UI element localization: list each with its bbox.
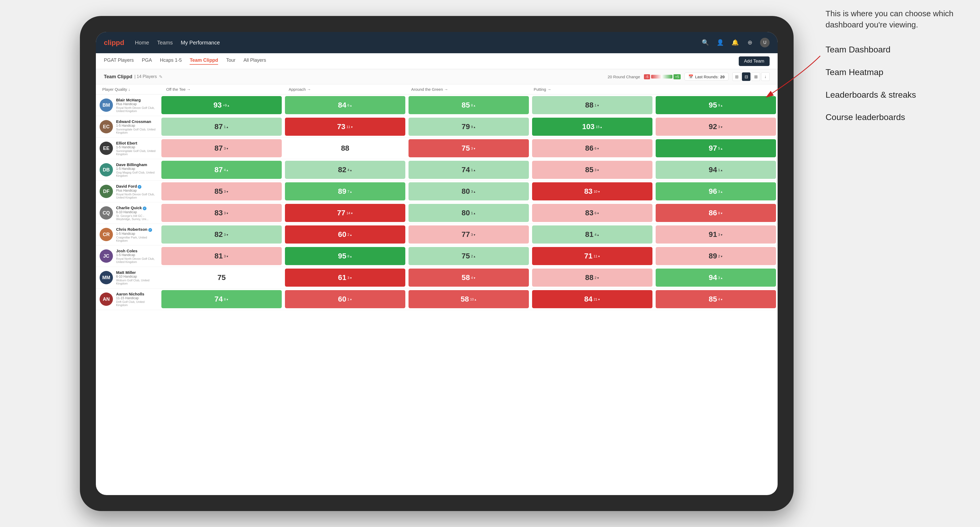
arrow-down-icon bbox=[598, 189, 600, 194]
stat-value: 74 bbox=[215, 295, 223, 303]
stat-cell[interactable]: 803 bbox=[407, 181, 530, 202]
stat-cell[interactable]: 7311 bbox=[283, 116, 407, 137]
user-icon[interactable]: 👤 bbox=[715, 38, 725, 48]
arrow-down-icon bbox=[598, 297, 600, 301]
player-club: St. George's Hill GC - Weybridge, Surrey… bbox=[116, 214, 156, 221]
stat-cell[interactable]: 868 bbox=[654, 202, 778, 224]
col-approach[interactable]: Approach → bbox=[285, 84, 407, 94]
stat-cell[interactable]: 913 bbox=[654, 224, 778, 245]
stat-cell[interactable]: 748 bbox=[160, 289, 283, 310]
stat-cell[interactable]: 871 bbox=[160, 116, 283, 137]
stat-cell[interactable]: 7111 bbox=[530, 245, 654, 267]
stat-cell[interactable]: 799 bbox=[407, 116, 530, 137]
stat-cell[interactable]: 601 bbox=[283, 289, 407, 310]
stat-cell[interactable]: 814 bbox=[530, 224, 654, 245]
stat-box: 874 bbox=[161, 161, 282, 179]
stat-cell[interactable]: 75 bbox=[160, 267, 283, 288]
stat-cell[interactable]: 613 bbox=[283, 267, 407, 288]
grid-view-button[interactable]: ⊟ bbox=[742, 72, 751, 81]
settings-icon[interactable]: ⊕ bbox=[745, 38, 755, 48]
sub-nav-allplayers[interactable]: All Players bbox=[243, 57, 266, 65]
edit-icon[interactable]: ✎ bbox=[159, 74, 162, 79]
nav-link-home[interactable]: Home bbox=[135, 40, 149, 46]
player-handicap: Plus Handicap bbox=[116, 102, 156, 106]
stat-cell[interactable]: 8310 bbox=[530, 181, 654, 202]
stat-value: 83 bbox=[215, 209, 223, 217]
stat-cell[interactable]: 753 bbox=[407, 138, 530, 159]
stat-cell[interactable]: 833 bbox=[160, 202, 283, 224]
last-rounds-button[interactable]: 📅 Last Rounds: 20 bbox=[684, 73, 729, 81]
stat-change: 8 bbox=[347, 254, 352, 258]
stat-cell[interactable]: 975 bbox=[654, 138, 778, 159]
stat-cell[interactable]: 88 bbox=[283, 138, 407, 159]
stat-cell[interactable]: 882 bbox=[530, 267, 654, 288]
stat-cell[interactable]: 892 bbox=[654, 245, 778, 267]
stat-box: 959 bbox=[655, 96, 776, 114]
table-row[interactable]: BMBlair McHargPlus HandicapRoyal North D… bbox=[96, 94, 778, 116]
stat-cell[interactable]: 8421 bbox=[530, 289, 654, 310]
sub-nav-pgat[interactable]: PGAT Players bbox=[104, 57, 134, 65]
stat-cell[interactable]: 853 bbox=[530, 159, 654, 181]
nav-link-teams[interactable]: Teams bbox=[157, 40, 173, 46]
col-putting[interactable]: Putting → bbox=[530, 84, 652, 94]
calendar-icon: 📅 bbox=[688, 74, 694, 79]
stat-cell[interactable]: 5810 bbox=[407, 289, 530, 310]
stat-value: 75 bbox=[217, 273, 226, 282]
sub-nav-pga[interactable]: PGA bbox=[142, 57, 152, 65]
stat-cell[interactable]: 801 bbox=[407, 202, 530, 224]
stat-cell[interactable]: 881 bbox=[530, 94, 654, 116]
table-row[interactable]: CQCharlie Quick✓6-10 HandicapSt. George'… bbox=[96, 202, 778, 224]
stat-cell[interactable]: 741 bbox=[407, 159, 530, 181]
table-row[interactable]: ANAaron Nicholls11-15 HandicapDrift Golf… bbox=[96, 289, 778, 310]
col-off-tee[interactable]: Off the Tee → bbox=[162, 84, 285, 94]
sub-nav-tour[interactable]: Tour bbox=[226, 57, 235, 65]
stat-cell[interactable]: 958 bbox=[283, 245, 407, 267]
table-row[interactable]: ECEdward Crossman1-5 HandicapSunningdale… bbox=[96, 116, 778, 138]
table-row[interactable]: DBDave Billingham1-5 HandicapGog Magog G… bbox=[96, 159, 778, 181]
stat-change: 7 bbox=[347, 189, 352, 194]
stat-cell[interactable]: 923 bbox=[654, 116, 778, 137]
nav-link-myperformance[interactable]: My Performance bbox=[181, 40, 220, 46]
stat-cell[interactable]: 963 bbox=[654, 181, 778, 202]
table-row[interactable]: JCJosh Coles1-5 HandicapRoyal North Devo… bbox=[96, 245, 778, 267]
stat-cell[interactable]: 7714 bbox=[283, 202, 407, 224]
stat-cell[interactable]: 836 bbox=[530, 202, 654, 224]
stat-cell[interactable]: 602 bbox=[283, 224, 407, 245]
stat-cell[interactable]: 10315 bbox=[530, 116, 654, 137]
stat-cell[interactable]: 823 bbox=[160, 224, 283, 245]
stat-cell[interactable]: 752 bbox=[407, 245, 530, 267]
list-view-button[interactable]: ⊞ bbox=[732, 72, 741, 81]
arrow-up-icon bbox=[226, 168, 229, 172]
table-row[interactable]: EEElliot Ebert1-5 HandicapSunningdale Go… bbox=[96, 138, 778, 159]
stat-cell[interactable]: 858 bbox=[407, 94, 530, 116]
notification-icon[interactable]: 🔔 bbox=[730, 38, 740, 48]
stat-value: 82 bbox=[338, 165, 346, 174]
stat-cell[interactable]: 866 bbox=[530, 138, 654, 159]
stat-cell[interactable]: 874 bbox=[160, 159, 283, 181]
col-around-green[interactable]: Around the Green → bbox=[407, 84, 530, 94]
arrow-up-icon bbox=[350, 103, 352, 107]
stat-cell[interactable]: 813 bbox=[160, 245, 283, 267]
table-row[interactable]: DFDavid Ford✓Plus HandicapRoyal North De… bbox=[96, 181, 778, 202]
col-player-quality[interactable]: Player Quality ↓ bbox=[99, 84, 162, 94]
table-row[interactable]: MMMatt Miller6-10 HandicapWoburn Golf Cl… bbox=[96, 267, 778, 289]
sub-navigation: PGAT Players PGA Hcaps 1-5 Team Clippd T… bbox=[96, 53, 778, 69]
stat-cell[interactable]: 943 bbox=[654, 267, 778, 288]
stat-cell[interactable]: 941 bbox=[654, 159, 778, 181]
stat-cell[interactable]: 854 bbox=[654, 289, 778, 310]
stat-cell[interactable]: 873 bbox=[160, 138, 283, 159]
stat-cell[interactable]: 897 bbox=[283, 181, 407, 202]
stat-cell[interactable]: 824 bbox=[283, 159, 407, 181]
stat-cell[interactable]: 773 bbox=[407, 224, 530, 245]
stat-cell[interactable]: 846 bbox=[283, 94, 407, 116]
stat-cell[interactable]: 853 bbox=[160, 181, 283, 202]
sub-nav-hcaps[interactable]: Hcaps 1-5 bbox=[160, 57, 181, 65]
table-row[interactable]: CRChris Robertson✓1-5 HandicapCraigmilla… bbox=[96, 224, 778, 245]
search-icon[interactable]: 🔍 bbox=[700, 38, 710, 48]
sub-nav-teamclippd[interactable]: Team Clippd bbox=[189, 57, 218, 65]
avatar[interactable]: U bbox=[760, 38, 770, 48]
stat-change: 1 bbox=[471, 211, 476, 215]
arrow-down-icon bbox=[350, 125, 353, 129]
stat-cell[interactable]: 584 bbox=[407, 267, 530, 288]
stat-cell[interactable]: 93+9 bbox=[160, 94, 283, 116]
